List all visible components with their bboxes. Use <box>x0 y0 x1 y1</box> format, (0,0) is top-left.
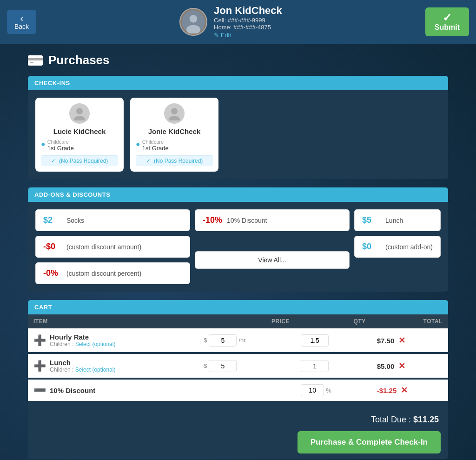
addon-lunch[interactable]: $5 Lunch <box>354 209 441 231</box>
location-info-jonie: Childcare 1st Grade <box>142 139 169 152</box>
price-cell-hourly: $ /hr <box>198 328 295 353</box>
addon-label-socks: Socks <box>66 217 84 224</box>
dollar-sign-hourly: $ <box>204 337 207 344</box>
checkins-header: CHECK-INS <box>28 76 448 90</box>
pass-label-lucie: (No Pass Required) <box>59 158 108 164</box>
edit-link[interactable]: ✎ Edit <box>214 32 231 39</box>
price-input-hourly[interactable] <box>209 334 237 347</box>
svg-point-6 <box>76 108 83 114</box>
cart-section: CART ITEM PRICE QTY TOTAL <box>28 300 448 459</box>
col-price: PRICE <box>198 314 295 328</box>
remove-icon-lunch[interactable]: ✕ <box>398 361 405 371</box>
svg-rect-4 <box>28 58 43 60</box>
remove-icon-discount[interactable]: ✕ <box>401 386 408 395</box>
qty-cell-lunch <box>295 353 371 379</box>
price-cell-discount <box>198 379 295 402</box>
addon-price-custom-percent: -0% <box>43 268 62 278</box>
check-icon: ✓ <box>443 12 452 23</box>
location-row-lucie: ● Childcare 1st Grade <box>41 139 118 152</box>
svg-point-9 <box>169 116 180 120</box>
cart-body: ITEM PRICE QTY TOTAL ➕ Hourly Rat <box>28 314 448 459</box>
location-icon-jonie: ● <box>136 140 140 148</box>
cart-thead: ITEM PRICE QTY TOTAL <box>28 314 448 328</box>
checkins-section: CHECK-INS Lucie KidCheck ● Childcare 1st… <box>28 76 448 179</box>
addon-custom-addon[interactable]: $0 (custom add-on) <box>354 236 441 258</box>
view-all-button[interactable]: View All... <box>195 251 350 269</box>
dollar-sign-lunch: $ <box>204 362 207 369</box>
cart-table: ITEM PRICE QTY TOTAL ➕ Hourly Rat <box>28 314 448 403</box>
minus-icon-discount[interactable]: ➖ <box>33 384 46 396</box>
select-children-lunch[interactable]: Select (optional) <box>75 367 116 373</box>
header: ‹ Back Jon KidCheck Cell: ###-###-9999 H… <box>0 0 476 44</box>
addon-price-lunch: $5 <box>362 215 381 225</box>
addon-label-custom-amount: (custom discount amount) <box>66 243 141 251</box>
addons-section: ADD-ONS & DISCOUNTS $2 Socks -10% 10% Di… <box>28 187 448 292</box>
svg-point-8 <box>171 108 178 114</box>
location-icon-lucie: ● <box>41 140 46 148</box>
table-row: ➕ Lunch Children : Select (optional) <box>28 353 448 379</box>
children-label-lunch: Children : <box>50 367 73 373</box>
price-input-lunch[interactable] <box>209 360 237 372</box>
table-row: ➕ Hourly Rate Children : Select (optiona… <box>28 328 448 353</box>
purchase-complete-button[interactable]: Purchase & Complete Check-In <box>298 431 441 453</box>
addon-label-lunch: Lunch <box>385 217 403 224</box>
table-row: ➖ 10% Discount % -$1.25 <box>28 379 448 402</box>
back-chevron-icon: ‹ <box>20 13 23 23</box>
child-avatar-lucie <box>69 103 90 124</box>
addon-price-socks: $2 <box>43 215 62 225</box>
percent-symbol-discount: % <box>326 387 331 394</box>
addon-price-10discount: -10% <box>203 215 222 225</box>
percent-input-discount[interactable] <box>301 384 324 396</box>
remove-icon-hourly[interactable]: ✕ <box>398 336 405 345</box>
pass-label-jonie: (No Pass Required) <box>154 158 203 164</box>
checkin-cards: Lucie KidCheck ● Childcare 1st Grade ✓ (… <box>35 98 441 172</box>
child-name-lucie: Lucie KidCheck <box>53 127 106 135</box>
addons-body: $2 Socks -10% 10% Discount $5 Lunch -$0 … <box>28 202 448 292</box>
item-cell-lunch: ➕ Lunch Children : Select (optional) <box>28 353 198 379</box>
total-cell-hourly: $7.50 ✕ <box>371 328 448 353</box>
user-name: Jon KidCheck <box>214 5 282 17</box>
total-due-row: Total Due : $11.25 <box>35 408 441 431</box>
submit-button[interactable]: ✓ Submit <box>425 7 469 36</box>
select-children-hourly[interactable]: Select (optional) <box>75 341 116 347</box>
cart-header: CART <box>28 300 448 314</box>
total-value-discount: -$1.25 <box>377 387 397 394</box>
rate-label-hourly: /hr <box>238 337 245 344</box>
cart-tbody: ➕ Hourly Rate Children : Select (optiona… <box>28 328 448 402</box>
page-title-row: Purchases <box>28 53 448 67</box>
checkins-body: Lucie KidCheck ● Childcare 1st Grade ✓ (… <box>28 90 448 179</box>
addon-custom-discount-amount[interactable]: -$0 (custom discount amount) <box>35 236 190 258</box>
avatar <box>179 8 207 36</box>
qty-cell-discount: % <box>295 379 371 402</box>
item-cell-discount: ➖ 10% Discount <box>28 379 198 402</box>
back-button[interactable]: ‹ Back <box>7 10 36 34</box>
addon-socks[interactable]: $2 Socks <box>35 209 190 231</box>
location-info-lucie: Childcare 1st Grade <box>47 139 74 152</box>
item-name-discount: 10% Discount <box>50 387 95 394</box>
addon-label-custom-addon: (custom add-on) <box>385 243 433 251</box>
add-icon-lunch[interactable]: ➕ <box>33 360 46 372</box>
addon-10-discount[interactable]: -10% 10% Discount <box>195 209 350 231</box>
purchases-icon <box>28 55 43 66</box>
location-row-jonie: ● Childcare 1st Grade <box>136 139 213 152</box>
user-home: Home: ###-###-4875 <box>214 24 282 31</box>
qty-input-hourly[interactable] <box>301 334 329 347</box>
addon-custom-discount-percent[interactable]: -0% (custom discount percent) <box>35 262 190 284</box>
add-icon-hourly[interactable]: ➕ <box>33 334 46 347</box>
checkin-card-jonie[interactable]: Jonie KidCheck ● Childcare 1st Grade ✓ (… <box>130 98 218 172</box>
page-title: Purchases <box>48 53 110 67</box>
addons-grid: $2 Socks -10% 10% Discount $5 Lunch -$0 … <box>35 209 441 284</box>
item-sub-hourly: Children : Select (optional) <box>50 341 115 347</box>
location-grade-lucie: 1st Grade <box>47 145 74 152</box>
pass-badge-lucie[interactable]: ✓ (No Pass Required) <box>41 155 118 166</box>
back-label: Back <box>14 23 29 30</box>
qty-input-lunch[interactable] <box>301 360 329 372</box>
checkin-card-lucie[interactable]: Lucie KidCheck ● Childcare 1st Grade ✓ (… <box>35 98 124 172</box>
main-content: Purchases CHECK-INS Lucie KidCheck ● Chi… <box>0 44 476 460</box>
child-avatar-jonie <box>164 103 185 124</box>
price-cell-lunch: $ <box>198 353 295 379</box>
user-details: Jon KidCheck Cell: ###-###-9999 Home: ##… <box>214 5 282 39</box>
child-name-jonie: Jonie KidCheck <box>148 127 201 135</box>
pass-badge-jonie[interactable]: ✓ (No Pass Required) <box>136 155 213 166</box>
col-total: TOTAL <box>371 314 448 328</box>
